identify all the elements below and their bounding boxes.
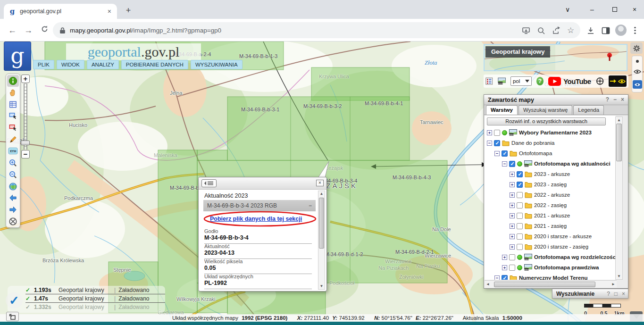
search-help-icon[interactable]: ?	[607, 289, 610, 300]
reload-icon[interactable]	[39, 25, 50, 36]
back-icon[interactable]: ←	[7, 25, 18, 36]
select-rectangle-red-icon[interactable]	[7, 122, 19, 133]
layer-checkbox[interactable]	[494, 130, 500, 136]
search-close-icon[interactable]: ×	[622, 289, 625, 300]
expand-toggle-icon[interactable]: +	[510, 192, 515, 198]
side-panel-icon[interactable]	[601, 26, 611, 35]
layer-tree-item[interactable]: + 2021 - zasięg	[510, 221, 616, 231]
expand-toggle-icon[interactable]: +	[487, 130, 492, 135]
panel-minimize-icon[interactable]: −	[613, 95, 617, 105]
expand-toggle-icon[interactable]: +	[510, 234, 515, 239]
layer-checkbox[interactable]	[517, 171, 523, 177]
window-maximize-button[interactable]	[604, 0, 626, 19]
scroll-down-icon[interactable]: ▼	[616, 273, 622, 279]
profile-avatar[interactable]	[615, 25, 627, 36]
menu-widok[interactable]: WIDOK	[57, 60, 84, 69]
layer-checkbox[interactable]	[494, 140, 500, 146]
layers-vertical-scrollbar[interactable]: ▲ ▼	[615, 117, 623, 280]
expand-toggle-icon[interactable]: +	[502, 255, 507, 260]
zoom-out-icon[interactable]	[7, 169, 19, 181]
layer-checkbox[interactable]	[517, 182, 523, 188]
scroll-left-icon[interactable]: ◄	[485, 282, 491, 286]
expand-toggle-icon[interactable]: −	[494, 151, 500, 156]
popup-scrollbar[interactable]: ▲ ▼	[318, 191, 325, 290]
contrast-mode-toggle[interactable]	[609, 75, 627, 87]
youtube-link[interactable]: YouTube	[548, 77, 591, 86]
layer-tree-item[interactable]: + 2022 - arkusze	[510, 190, 616, 200]
expand-all-layers-button[interactable]: Rozwiń inf. o wszystkich warstwach	[487, 117, 606, 125]
expand-toggle-icon[interactable]: +	[510, 182, 515, 187]
visibility-eye-icon[interactable]	[634, 69, 641, 74]
layer-checkbox[interactable]	[517, 233, 523, 240]
zoom-slider-plus-button[interactable]: +	[21, 75, 30, 83]
window-minimize-button[interactable]: –	[581, 0, 603, 19]
layer-tree-item[interactable]: + 2022 - zasięg	[510, 200, 616, 210]
layer-tree-item[interactable]: − Ortofotomapa	[494, 148, 616, 158]
layer-checkbox[interactable]	[517, 223, 523, 229]
layer-checkbox[interactable]	[517, 192, 523, 198]
menu-pobieranie-danych[interactable]: POBIERANIE DANYCH	[121, 60, 188, 69]
expand-toggle-icon[interactable]: +	[510, 224, 515, 229]
legend-grid-icon[interactable]	[485, 77, 493, 85]
results-list-icon[interactable]	[201, 179, 217, 187]
downloads-icon[interactable]	[586, 26, 595, 35]
attribute-table-icon[interactable]	[7, 99, 19, 110]
layer-tree-item[interactable]: + 2023 - arkusze	[510, 169, 616, 179]
layer-checkbox[interactable]	[502, 150, 508, 157]
menu-plik[interactable]: PLIK	[33, 60, 54, 69]
accessibility-wheel-icon[interactable]	[596, 76, 604, 86]
bookmark-star-icon[interactable]: ☆	[567, 26, 576, 35]
layer-tree-item[interactable]: + 2021 - arkusze	[510, 210, 616, 221]
scroll-thumb[interactable]	[319, 198, 324, 249]
layer-checkbox[interactable]	[502, 275, 508, 280]
layer-tree-item[interactable]: − WMS Ortofotomapa wg aktualności	[502, 158, 616, 169]
zoom-in-icon[interactable]	[7, 157, 19, 169]
forward-icon[interactable]: →	[23, 25, 34, 36]
layer-tree-item[interactable]: − Dane do pobrania	[487, 138, 616, 148]
layer-checkbox[interactable]	[517, 244, 523, 250]
expand-toggle-icon[interactable]: −	[487, 141, 492, 146]
visibility-eye-active-icon[interactable]	[633, 80, 642, 89]
layer-tree-item[interactable]: + WMS Ortofotomapa prawdziwa	[502, 262, 616, 273]
layer-checkbox[interactable]	[517, 202, 523, 208]
zoom-slider-thumb[interactable]	[21, 141, 30, 145]
help-button[interactable]: ?	[536, 77, 544, 85]
popup-close-icon[interactable]: ×	[316, 180, 324, 186]
xyh-coordinates-icon[interactable]: XYH	[7, 145, 19, 157]
search-maximize-icon[interactable]: □	[614, 289, 618, 300]
layer-checkbox[interactable]	[509, 265, 515, 271]
select-rectangle-blue-icon[interactable]	[7, 110, 19, 122]
panel-close-icon[interactable]: ×	[621, 95, 624, 105]
expand-toggle-icon[interactable]: −	[494, 275, 500, 280]
tab-search-icon[interactable]: ∨	[557, 0, 578, 19]
popup-section-header[interactable]: M-34-69-B-b-3-4 2023 RGB −	[203, 200, 316, 211]
scroll-right-icon[interactable]: ►	[610, 282, 617, 286]
collapse-section-icon[interactable]: −	[309, 200, 312, 211]
overview-map-banner[interactable]: Geoportal krajowy	[484, 44, 627, 71]
draw-pencil-icon[interactable]	[7, 133, 19, 145]
wms-service-icon[interactable]: WMS	[498, 77, 506, 85]
marker-dot-icon[interactable]	[636, 59, 639, 63]
search-panel-titlebar[interactable]: Wyszukiwanie ? □ ×	[552, 289, 628, 299]
layer-tree-item[interactable]: − Numeryczny Model Terenu	[494, 273, 616, 280]
layer-checkbox[interactable]	[517, 213, 523, 219]
expand-toggle-icon[interactable]: +	[510, 172, 515, 177]
expand-toggle-icon[interactable]: +	[510, 213, 515, 218]
geoportal-logo[interactable]: g	[4, 42, 31, 71]
layer-tree-item[interactable]: + 2020 i starsze - zasięg	[510, 242, 616, 252]
scroll-up-icon[interactable]: ▲	[616, 117, 622, 123]
share-icon[interactable]	[552, 26, 560, 35]
tab-warstwy[interactable]: Warstwy	[486, 105, 518, 115]
measure-window-icon[interactable]	[6, 312, 19, 321]
full-extent-globe-icon[interactable]	[7, 181, 19, 192]
expand-toggle-icon[interactable]: −	[502, 161, 507, 167]
layer-tree-item[interactable]: + WMS Wybory Parlamentarne 2023	[487, 127, 616, 138]
zoom-page-icon[interactable]	[537, 26, 545, 35]
expand-toggle-icon[interactable]: +	[502, 265, 507, 270]
layer-tree-item[interactable]: + 2020 i starsze - arkusze	[510, 231, 616, 242]
download-data-link[interactable]: Pobierz plik danych dla tej sekcji	[210, 216, 302, 222]
pan-hand-icon[interactable]	[7, 87, 19, 99]
layers-horizontal-scrollbar[interactable]: ◄ ►	[485, 280, 617, 288]
layer-checkbox[interactable]	[509, 254, 515, 260]
identify-tool-icon[interactable]	[7, 75, 19, 87]
